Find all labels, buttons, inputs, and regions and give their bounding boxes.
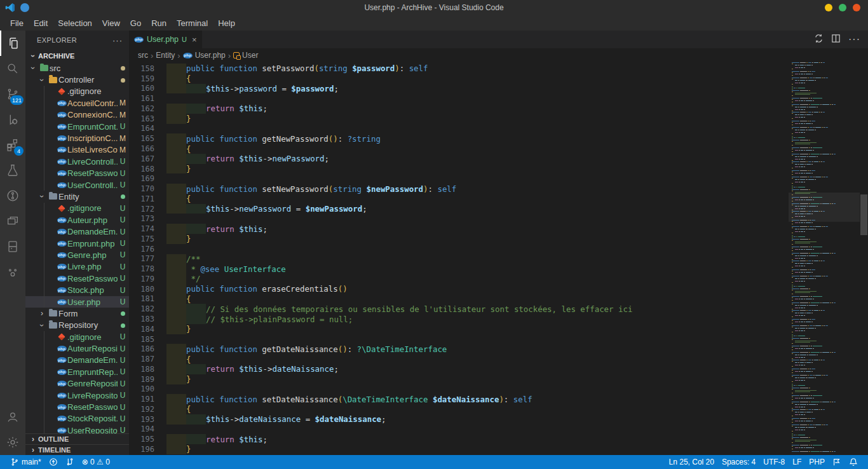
line-number[interactable]: 190	[129, 384, 154, 393]
line-number[interactable]: 171	[129, 194, 154, 203]
outline-section[interactable]: › OUTLINE	[25, 433, 129, 444]
menu-run[interactable]: Run	[146, 17, 172, 29]
status-notifications[interactable]	[845, 458, 862, 466]
tree-row--gitignore[interactable]: .gitignore	[25, 86, 129, 97]
activity-testing[interactable]	[0, 158, 25, 183]
status-cursor-position[interactable]: Ln 25, Col 20	[665, 458, 718, 466]
breadcrumb-entity[interactable]: Entity	[156, 51, 175, 60]
code-line-185[interactable]: 185	[129, 334, 789, 344]
menu-terminal[interactable]: Terminal	[172, 17, 213, 29]
tree-row-stock-php[interactable]: phpStock.phpU	[25, 284, 129, 296]
activity-project-manager[interactable]	[0, 259, 25, 285]
line-number[interactable]: 178	[129, 264, 154, 273]
code-line-192[interactable]: 192{	[129, 404, 789, 414]
line-number[interactable]: 169	[129, 174, 154, 183]
tree-row-genrereposit-[interactable]: phpGenreReposit...U	[25, 378, 129, 390]
code-line-165[interactable]: 165public function getNewPassword(): ?st…	[129, 133, 789, 144]
tree-row-livrereposito-[interactable]: phpLivreReposito...U	[25, 390, 129, 401]
line-number[interactable]: 187	[129, 355, 154, 364]
code-line-180[interactable]: 180public function eraseCredentials()	[129, 284, 789, 294]
tree-row-repository[interactable]: ›Repository	[25, 320, 129, 331]
code-line-159[interactable]: 159{	[129, 74, 789, 84]
line-number[interactable]: 191	[129, 395, 154, 404]
code-line-191[interactable]: 191public function setDateNaissance(\Dat…	[129, 394, 789, 404]
line-number[interactable]: 162	[129, 104, 154, 113]
status-problems[interactable]: ⊗ 0 ⚠ 0	[78, 455, 114, 469]
code-line-173[interactable]: 173	[129, 214, 789, 224]
tab-close-icon[interactable]: ×	[192, 35, 197, 44]
tree-row-inscriptionc-[interactable]: phpInscriptionC...M	[25, 132, 129, 144]
code-line-196[interactable]: 196}	[129, 444, 789, 454]
code-line-169[interactable]: 169	[129, 173, 789, 184]
line-number[interactable]: 164	[129, 124, 154, 133]
tree-row-emprunt-php[interactable]: phpEmprunt.phpU	[25, 238, 129, 249]
line-number[interactable]: 158	[129, 64, 154, 73]
status-language-mode[interactable]: PHP	[805, 458, 829, 466]
tree-row-demandeem-[interactable]: phpDemandeEm...U	[25, 355, 129, 366]
tree-row-connexionc-[interactable]: phpConnexionC...M	[25, 109, 129, 121]
line-number[interactable]: 194	[129, 425, 154, 433]
code-line-166[interactable]: 166{	[129, 144, 789, 154]
code-line-184[interactable]: 184}	[129, 324, 789, 334]
code-line-172[interactable]: 172$this->newPassword = $newPassword;	[129, 204, 789, 214]
tree-row-controller[interactable]: ›Controller	[25, 74, 129, 85]
line-number[interactable]: 179	[129, 275, 154, 283]
code-line-187[interactable]: 187{	[129, 354, 789, 364]
menu-go[interactable]: Go	[125, 17, 146, 29]
workspace-root[interactable]: › ARCHHIVE	[25, 50, 129, 62]
line-number[interactable]: 159	[129, 74, 154, 83]
vertical-scrollbar[interactable]	[860, 62, 868, 455]
menu-file[interactable]: File	[5, 17, 29, 29]
activity-search[interactable]	[0, 56, 25, 81]
code-line-189[interactable]: 189}	[129, 374, 789, 384]
tree-row-user-php[interactable]: phpUser.phpU	[25, 296, 129, 308]
line-number[interactable]: 183	[129, 315, 154, 323]
code-line-163[interactable]: 163}	[129, 114, 789, 124]
timeline-section[interactable]: › TIMELINE	[25, 444, 129, 455]
line-number[interactable]: 166	[129, 144, 154, 153]
line-number[interactable]: 167	[129, 154, 154, 163]
code-line-195[interactable]: 195return $this;	[129, 434, 789, 444]
menu-edit[interactable]: Edit	[29, 17, 53, 29]
code-line-162[interactable]: 162return $this;	[129, 104, 789, 114]
line-number[interactable]: 172	[129, 205, 154, 214]
activity-source-control[interactable]: 121	[0, 81, 25, 107]
code-line-193[interactable]: 193$this->dateNaissance = $dateNaissance…	[129, 414, 789, 425]
activity-remote-explorer[interactable]	[0, 208, 25, 234]
line-number[interactable]: 161	[129, 94, 154, 103]
code-line-179[interactable]: 179 */	[129, 274, 789, 284]
tree-row-resetpasswo-[interactable]: phpResetPasswo...U	[25, 273, 129, 284]
menu-selection[interactable]: Selection	[53, 17, 97, 29]
line-number[interactable]: 170	[129, 184, 154, 193]
code-line-164[interactable]: 164	[129, 124, 789, 134]
code-line-178[interactable]: 178 * @see UserInterface	[129, 264, 789, 274]
code-line-177[interactable]: 177/**	[129, 254, 789, 264]
line-number[interactable]: 181	[129, 294, 154, 303]
tree-row-auteur-php[interactable]: phpAuteur.phpU	[25, 214, 129, 226]
tree-row-src[interactable]: ›src	[25, 62, 129, 74]
minimap-slider[interactable]	[789, 193, 860, 222]
line-number[interactable]: 188	[129, 365, 154, 374]
code-line-174[interactable]: 174return $this;	[129, 224, 789, 234]
code-line-183[interactable]: 183// $this->plainPassword = null;	[129, 314, 789, 324]
tree-row-demandeem-[interactable]: phpDemandeEm...U	[25, 226, 129, 237]
tree-row--gitignore[interactable]: .gitignoreU	[25, 331, 129, 343]
tree-row-stockreposit-[interactable]: phpStockReposit...U	[25, 413, 129, 425]
status-listen-indicator[interactable]	[62, 455, 78, 469]
activity-settings[interactable]	[0, 430, 25, 455]
line-number[interactable]: 185	[129, 335, 154, 344]
code-line-194[interactable]: 194	[129, 425, 789, 435]
tree-row-usercontroll-[interactable]: phpUserControll...U	[25, 179, 129, 191]
activity-extensions[interactable]: 4	[0, 132, 25, 158]
scrollbar-thumb[interactable]	[860, 194, 867, 235]
line-number[interactable]: 163	[129, 114, 154, 123]
menu-help[interactable]: Help	[213, 17, 240, 29]
minimap[interactable]	[789, 62, 860, 455]
line-number[interactable]: 184	[129, 325, 154, 334]
tree-row-form[interactable]: ›Form	[25, 308, 129, 319]
code-line-186[interactable]: 186public function getDateNaissance(): ?…	[129, 344, 789, 354]
activity-git-graph[interactable]	[0, 183, 25, 208]
line-number[interactable]: 168	[129, 165, 154, 173]
code-line-170[interactable]: 170public function setNewPassword(string…	[129, 184, 789, 194]
code-line-160[interactable]: 160$this->password = $password;	[129, 84, 789, 94]
